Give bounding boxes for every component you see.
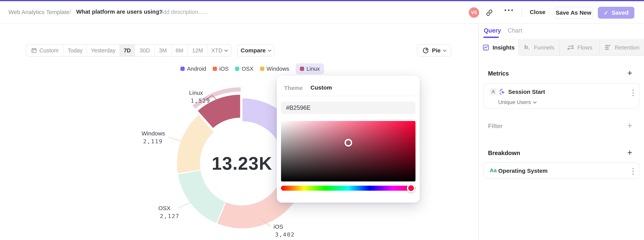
metrics-heading: Metrics (488, 70, 509, 77)
metric-card[interactable]: A Session Start Unique Users (484, 83, 640, 109)
metric-menu-button[interactable] (632, 90, 634, 96)
breakdown-card[interactable]: Aa Operating System (484, 162, 640, 179)
share-link-button[interactable] (485, 9, 494, 17)
tab-theme[interactable]: Theme (284, 85, 303, 91)
pie-label-osx: OSX2,127 (158, 205, 180, 219)
chart-canvas: CustomTodayYesterday7D30D3M6M12MXTD Comp… (0, 24, 478, 240)
legend-label: Windows (266, 66, 289, 72)
pie-label-windows: Windows2,119 (142, 131, 165, 144)
hue-slider-handle[interactable] (407, 184, 415, 192)
hex-color-input[interactable] (281, 102, 416, 114)
check-icon: ✓ (604, 10, 608, 16)
compare-button[interactable]: Compare (237, 44, 274, 57)
pie-center-total: 13.23K (204, 153, 280, 174)
insight-tab-funnels[interactable]: Funnels (518, 40, 560, 56)
page-title[interactable]: What platform are users using? (76, 9, 163, 15)
legend-item-ios[interactable]: iOS (213, 66, 228, 72)
save-as-new-button[interactable]: Save As New (554, 7, 593, 19)
insight-tab-retention[interactable]: Retention (600, 40, 644, 56)
close-button[interactable]: Close (530, 9, 546, 16)
pie-label-value: 2,127 (160, 213, 180, 219)
range-xtd[interactable]: XTD (207, 45, 231, 56)
header-divider (522, 8, 522, 18)
legend-item-windows[interactable]: Windows (260, 66, 289, 72)
legend-swatch (213, 67, 217, 71)
range-yesterday[interactable]: Yesterday (86, 45, 120, 56)
legend-item-linux[interactable]: Linux (296, 63, 324, 74)
legend-label: OSX (242, 66, 253, 72)
app-header: Web Analytics Template / What platform a… (0, 1, 644, 24)
legend-item-osx[interactable]: OSX (235, 66, 253, 72)
saved-label: Saved (612, 10, 628, 16)
active-tab-underline (484, 37, 499, 38)
metric-aggregation-label: Unique Users (498, 99, 531, 105)
legend-swatch (260, 67, 264, 71)
add-description-button[interactable]: + Add description...... (155, 9, 207, 15)
color-picker-popup: Theme Custom (277, 76, 420, 203)
sidebar-tab-row: Query Chart (479, 24, 644, 39)
label-connector-osx (178, 202, 191, 208)
insight-tab-label: Insights (492, 44, 515, 51)
tab-query[interactable]: Query (484, 27, 501, 34)
range-12m[interactable]: 12M (188, 45, 207, 56)
range-custom[interactable]: Custom (26, 45, 63, 56)
breakdown-title[interactable]: Operating System (498, 168, 548, 174)
breakdown-menu-button[interactable] (632, 168, 634, 175)
tab-custom[interactable]: Custom (310, 84, 332, 91)
pie-icon (422, 47, 429, 54)
pie-label-name: iOS (274, 224, 295, 229)
range-label: 3M (159, 47, 167, 54)
pie-label-value: 3,402 (275, 232, 295, 237)
chevron-down-icon (268, 48, 271, 52)
avatar[interactable]: VS (469, 7, 479, 18)
range-3m[interactable]: 3M (154, 45, 171, 56)
range-label: Today (68, 47, 82, 54)
breakdown-heading: Breakdown (488, 150, 520, 157)
chevron-down-icon (224, 48, 228, 52)
legend-swatch (235, 67, 239, 71)
range-today[interactable]: Today (63, 45, 86, 56)
add-breakdown-button[interactable]: + (626, 148, 634, 157)
link-icon (486, 9, 493, 16)
insight-tab-label: Retention (615, 44, 640, 51)
calendar-icon (31, 47, 37, 54)
series-badge: A (490, 88, 497, 95)
compare-label: Compare (241, 47, 266, 54)
add-filter-button[interactable]: + (626, 121, 634, 130)
pie-label-name: Windows (142, 131, 165, 136)
filter-heading: Filter (488, 123, 502, 130)
pie-label-value: 1,529 (190, 98, 210, 104)
range-label: Yesterday (91, 47, 116, 54)
legend-swatch (180, 67, 185, 71)
saved-button[interactable]: ✓ Saved (598, 7, 634, 19)
legend-swatch (300, 67, 304, 71)
range-6m[interactable]: 6M (171, 45, 188, 56)
metric-aggregation[interactable]: Unique Users (498, 99, 536, 105)
label-connector-windows (169, 137, 180, 141)
more-menu-button[interactable]: ••• (504, 7, 514, 14)
color-cursor[interactable] (344, 139, 352, 147)
pie-label-name: OSX (158, 205, 180, 211)
saturation-value-area[interactable] (281, 121, 416, 181)
range-30d[interactable]: 30D (135, 45, 154, 56)
color-picker-tabs: Theme Custom (277, 76, 420, 96)
tab-chart[interactable]: Chart (508, 27, 522, 34)
hue-slider[interactable] (281, 186, 416, 191)
legend-label: Android (187, 66, 206, 72)
insight-tab-label: Flows (577, 44, 592, 51)
add-metric-button[interactable]: + (626, 69, 634, 77)
chevron-down-icon (443, 48, 446, 52)
pie-slice-osx[interactable] (177, 170, 226, 224)
date-range-group: CustomTodayYesterday7D30D3M6M12MXTD (26, 44, 232, 57)
insight-tab-label: Funnels (534, 44, 554, 51)
range-label: 30D (140, 47, 150, 54)
range-7d[interactable]: 7D (120, 45, 135, 56)
insight-tab-flows[interactable]: Flows (559, 40, 600, 56)
metric-title[interactable]: Session Start (508, 89, 545, 95)
insight-tab-insights[interactable]: Insights (479, 40, 518, 56)
range-label: XTD (212, 47, 222, 54)
chart-type-button[interactable]: Pie (417, 44, 451, 57)
breadcrumb-separator: / (70, 9, 71, 15)
breadcrumb-root[interactable]: Web Analytics Template (8, 9, 70, 16)
legend-item-android[interactable]: Android (180, 66, 206, 72)
